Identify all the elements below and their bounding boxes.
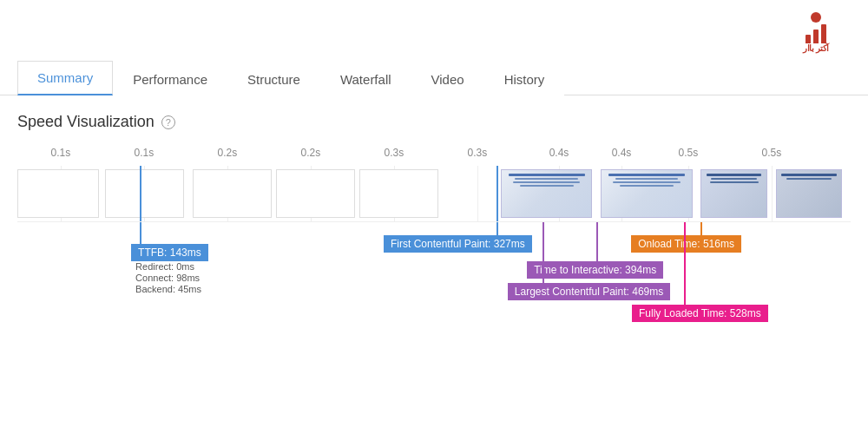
annotations-area: TTFB: 143ms Redirect: 0ms Connect: 98ms … [17, 222, 851, 374]
lcp-annotation-line [542, 222, 544, 287]
ss4-line1 [781, 174, 837, 176]
time-label-3: 0.2s [218, 147, 238, 159]
ss4-line2 [786, 178, 832, 180]
logo-bars-icon [806, 24, 826, 43]
ss2-line1 [608, 174, 685, 176]
screenshot-2 [601, 169, 693, 218]
logo-bar-1 [806, 35, 811, 43]
onload-label: Onload Time: 516ms [631, 235, 741, 253]
ttfb-sub-backend: Backend: 45ms [135, 284, 201, 294]
empty-block-1 [17, 169, 99, 218]
ss2-line2 [615, 178, 679, 180]
screenshot-4 [776, 169, 843, 218]
tti-annotation-line [596, 222, 598, 266]
logo-bar-2 [813, 30, 819, 43]
ttfb-sub-redirect: Redirect: 0ms [135, 261, 194, 272]
onload-annotation: Onload Time: 516ms [700, 222, 702, 240]
ss1-line1 [509, 174, 585, 176]
grid-line-10 [772, 166, 773, 221]
screenshot-4-inner [777, 170, 842, 217]
logo: آکتر باار [781, 9, 851, 56]
fully-loaded-label: Fully Loaded Time: 528ms [632, 305, 768, 322]
ss3-line1 [707, 174, 762, 176]
ss3-line2 [711, 178, 756, 180]
fully-loaded-annotation: Fully Loaded Time: 528ms [684, 222, 686, 309]
fcp-annotation: First Contentful Paint: 327ms [496, 222, 498, 240]
empty-block-5 [359, 169, 438, 218]
main-content: Speed Visualization ? 0.1s 0.1s 0.2s 0.2… [0, 95, 868, 374]
fully-loaded-annotation-line [684, 222, 686, 309]
time-label-8: 0.4s [612, 147, 632, 159]
tab-structure[interactable]: Structure [227, 62, 320, 95]
time-label-10: 0.5s [761, 147, 781, 159]
tabs-container: Summary Performance Structure Waterfall … [0, 61, 868, 95]
timeline-wrapper: 0.1s 0.1s 0.2s 0.2s 0.3s 0.3s 0.4s 0.4s … [17, 147, 851, 374]
ss1-line2 [515, 178, 578, 180]
ttfb-sub-connect: Connect: 98ms [135, 273, 200, 283]
fcp-label: First Contentful Paint: 327ms [384, 235, 532, 253]
ss3-line3 [710, 181, 759, 183]
ss2-line3 [613, 181, 681, 183]
tti-annotation: Time to Interactive: 394ms [596, 222, 598, 266]
screenshot-3-inner [701, 170, 766, 217]
help-icon[interactable]: ? [161, 115, 175, 129]
empty-block-4 [276, 169, 355, 218]
ss1-line3 [513, 181, 581, 183]
ttfb-line [140, 166, 141, 221]
empty-block-2 [105, 169, 184, 218]
empty-block-3 [193, 169, 272, 218]
screenshot-2-inner [602, 170, 692, 217]
tab-video[interactable]: Video [411, 62, 484, 95]
time-labels-row: 0.1s 0.1s 0.2s 0.2s 0.3s 0.3s 0.4s 0.4s … [17, 147, 851, 166]
header: آکتر باار [0, 0, 868, 61]
logo-text: آکتر باار [803, 43, 828, 53]
ss2-line4 [620, 185, 674, 187]
section-title: Speed Visualization ? [17, 113, 851, 131]
tab-history[interactable]: History [484, 62, 565, 95]
time-label-7: 0.4s [549, 147, 569, 159]
lcp-label: Largest Contentful Paint: 469ms [508, 283, 670, 300]
logo-person-icon [811, 12, 821, 23]
time-label-5: 0.3s [385, 147, 404, 159]
fcp-line [496, 166, 498, 221]
lcp-annotation: Largest Contentful Paint: 469ms [542, 222, 544, 287]
screenshot-3 [700, 169, 767, 218]
ttfb-annotation: TTFB: 143ms Redirect: 0ms Connect: 98ms … [140, 222, 141, 248]
tab-summary[interactable]: Summary [17, 61, 113, 95]
screenshot-1 [501, 169, 593, 218]
logo-bar-3 [821, 24, 826, 43]
ttfb-label: TTFB: 143ms [131, 244, 208, 261]
speed-visualization-title: Speed Visualization [17, 113, 155, 131]
time-label-2: 0.1s [135, 147, 155, 159]
tab-performance[interactable]: Performance [113, 62, 227, 95]
screenshot-1-inner [502, 170, 592, 217]
track-area [17, 166, 851, 222]
grid-line-6 [477, 166, 478, 221]
time-label-1: 0.1s [51, 147, 71, 159]
time-label-6: 0.3s [468, 147, 488, 159]
tab-waterfall[interactable]: Waterfall [320, 62, 411, 95]
time-label-9: 0.5s [678, 147, 698, 159]
tti-label: Time to Interactive: 394ms [527, 261, 663, 279]
time-label-4: 0.2s [301, 147, 321, 159]
ss1-line4 [520, 185, 574, 187]
